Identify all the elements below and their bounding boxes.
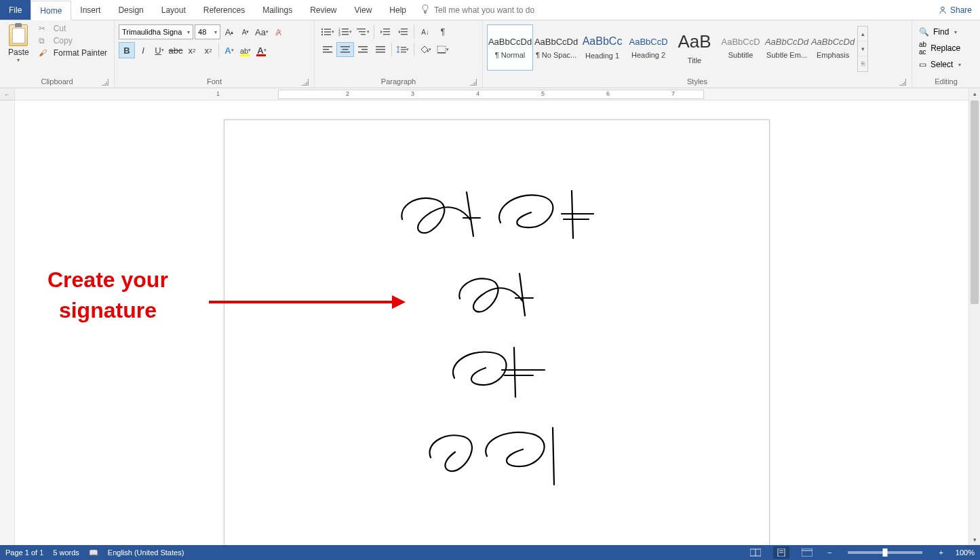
decrease-indent-button[interactable]: [376, 24, 394, 39]
svg-rect-10: [342, 31, 349, 32]
styles-expand-icon[interactable]: ⎘: [858, 56, 867, 71]
status-language[interactable]: English (United States): [108, 548, 184, 557]
zoom-level[interactable]: 100%: [956, 548, 975, 557]
zoom-out-button[interactable]: −: [825, 548, 834, 557]
web-layout-button[interactable]: [799, 546, 815, 559]
bullets-button[interactable]: ▾: [319, 24, 336, 39]
clear-formatting-button[interactable]: A̷: [271, 24, 286, 39]
align-right-button[interactable]: [354, 42, 372, 57]
tab-layout[interactable]: Layout: [153, 0, 195, 20]
read-mode-button[interactable]: [747, 546, 764, 559]
style-subtle-emphasis[interactable]: AaBbCcDdSubtle Em...: [764, 24, 810, 71]
strikethrough-button[interactable]: abc: [168, 42, 184, 58]
subscript-button[interactable]: x2: [184, 42, 200, 58]
style-preview: AaBbCcD: [722, 37, 760, 47]
style-title[interactable]: AaBTitle: [671, 24, 718, 71]
styles-scroll-up-icon[interactable]: ▴: [858, 26, 867, 41]
tab-view[interactable]: View: [346, 0, 381, 20]
style-no-spacing[interactable]: AaBbCcDd¶ No Spac...: [533, 24, 579, 71]
styles-scroll-down-icon[interactable]: ▾: [858, 41, 867, 56]
grow-font-button[interactable]: A▴: [222, 24, 237, 39]
tab-help[interactable]: Help: [380, 0, 415, 20]
style-name-label: Emphasis: [817, 51, 849, 59]
change-case-button[interactable]: Aa▾: [254, 24, 269, 39]
clipboard-dialog-launcher[interactable]: [102, 79, 109, 86]
tell-me-search[interactable]: Tell me what you want to do: [434, 5, 534, 15]
svg-rect-16: [383, 29, 390, 29]
page-content[interactable]: [224, 120, 769, 545]
replace-button[interactable]: abacReplace: [916, 39, 976, 57]
superscript-button[interactable]: x2: [200, 42, 216, 58]
person-share-icon: [938, 5, 947, 15]
status-bar: Page 1 of 1 5 words 📖 English (United St…: [0, 545, 980, 560]
scroll-down-icon[interactable]: ▾: [969, 534, 980, 545]
font-group-label: Font: [207, 77, 222, 86]
style-heading-1[interactable]: AaBbCcHeading 1: [579, 24, 625, 71]
justify-button[interactable]: [372, 42, 389, 57]
align-center-button[interactable]: [336, 42, 354, 57]
copy-button[interactable]: ⧉Copy: [36, 35, 110, 46]
zoom-in-button[interactable]: +: [936, 548, 945, 557]
select-button[interactable]: ▭Select▾: [916, 58, 976, 71]
font-size-combo[interactable]: 48▾: [195, 24, 220, 39]
font-name-combo[interactable]: Trimaulidha Signa▾: [119, 24, 193, 39]
sort-button[interactable]: A↓: [416, 24, 434, 39]
style-heading-2[interactable]: AaBbCcDHeading 2: [625, 24, 671, 71]
paragraph-dialog-launcher[interactable]: [470, 79, 477, 86]
highlight-button[interactable]: ab▾: [237, 42, 254, 58]
multilevel-list-button[interactable]: ▾: [354, 24, 372, 39]
borders-button[interactable]: ▾: [434, 42, 452, 57]
style-normal[interactable]: AaBbCcDd¶ Normal: [487, 24, 533, 71]
document-area[interactable]: [15, 100, 968, 545]
tab-home[interactable]: Home: [31, 1, 71, 20]
tab-references[interactable]: References: [195, 0, 254, 20]
numbering-button[interactable]: 123▾: [336, 24, 354, 39]
svg-rect-24: [323, 52, 332, 53]
text-effects-button[interactable]: A▾: [221, 42, 237, 58]
increase-indent-button[interactable]: [394, 24, 412, 39]
tab-mailings[interactable]: Mailings: [254, 0, 301, 20]
share-button[interactable]: Share: [938, 5, 972, 15]
svg-rect-13: [357, 29, 366, 29]
print-layout-button[interactable]: [773, 546, 789, 559]
status-words[interactable]: 5 words: [53, 548, 79, 557]
styles-dialog-launcher[interactable]: [899, 79, 906, 86]
tab-file[interactable]: File: [0, 0, 31, 20]
font-color-button[interactable]: A▾: [254, 42, 270, 58]
spellcheck-icon[interactable]: 📖: [89, 548, 98, 557]
paste-button[interactable]: Paste ▾: [4, 23, 33, 64]
line-spacing-button[interactable]: ▾: [394, 42, 412, 57]
format-painter-button[interactable]: 🖌Format Painter: [36, 48, 110, 58]
styles-gallery-scroll[interactable]: ▴▾⎘: [857, 26, 868, 72]
cut-button[interactable]: ✂Cut: [36, 23, 110, 34]
svg-rect-33: [376, 52, 385, 53]
shading-button[interactable]: ▾: [416, 42, 434, 57]
paste-dropdown-icon[interactable]: ▾: [17, 57, 20, 63]
search-icon: 🔍: [919, 27, 929, 37]
bold-button[interactable]: B: [119, 42, 135, 58]
svg-rect-20: [401, 31, 408, 32]
svg-rect-19: [401, 29, 408, 29]
outdent-icon: [380, 27, 391, 37]
tab-insert[interactable]: Insert: [71, 0, 109, 20]
italic-button[interactable]: I: [135, 42, 151, 58]
tab-review[interactable]: Review: [301, 0, 345, 20]
font-dialog-launcher[interactable]: [302, 79, 309, 86]
style-emphasis[interactable]: AaBbCcDdEmphasis: [810, 24, 856, 71]
show-marks-button[interactable]: ¶: [434, 24, 452, 39]
zoom-slider[interactable]: [848, 551, 922, 554]
status-page[interactable]: Page 1 of 1: [5, 548, 43, 557]
scrollbar-thumb[interactable]: [971, 100, 979, 304]
vertical-scrollbar[interactable]: ▴ ▾: [968, 88, 980, 545]
shrink-font-button[interactable]: A▾: [238, 24, 253, 39]
style-preview: AaBbCcDd: [534, 37, 578, 47]
zoom-slider-knob[interactable]: [883, 548, 888, 557]
scroll-up-icon[interactable]: ▴: [969, 88, 980, 99]
tab-design[interactable]: Design: [109, 0, 152, 20]
style-subtitle[interactable]: AaBbCcDSubtitle: [718, 24, 764, 71]
align-left-button[interactable]: [319, 42, 336, 57]
svg-rect-34: [401, 47, 406, 48]
underline-button[interactable]: U▾: [151, 42, 168, 58]
svg-rect-26: [342, 49, 349, 50]
find-button[interactable]: 🔍Find▾: [916, 26, 976, 38]
